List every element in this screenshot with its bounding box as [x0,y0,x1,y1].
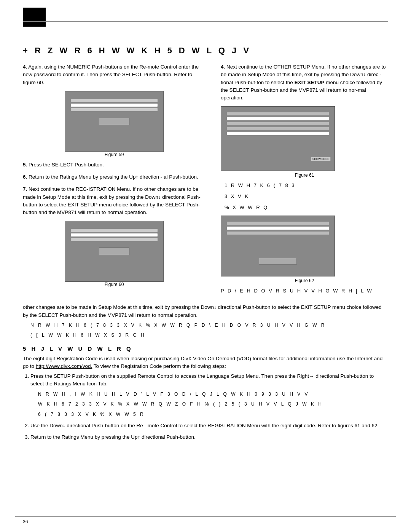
item-5-block: 5. Press the SE-LECT Push-button. [23,161,206,169]
right-note-lines: 1 R W H 7 K 6 ( 7 8 3 3 X V K % X W W R … [221,182,388,211]
figure-61-lines [227,112,329,137]
note-spaced-1: N R W H 7 K H 6 ( 7 8 3 3 X V K % X W W … [30,321,388,329]
rline1 [227,112,329,115]
right-column: 4. Next continue to the OTHER SETUP Menu… [221,63,388,298]
registration-text2: To view the Registration Code perform th… [94,363,226,369]
page-title: + R Z W R 6 H W W K H 5 D W L Q J V [23,46,388,56]
line3 [71,238,158,241]
line1 [71,229,158,232]
figure-59-wrap: Figure 59 [23,91,206,157]
rline1 [227,222,329,225]
figure-61-image: SHOW CODE [221,106,335,171]
figure-59-caption: Figure 59 [23,152,206,157]
step-1: Press the SETUP Push-button on the suppl… [30,372,388,418]
right-item-4-block: 4. Next continue to the OTHER SETUP Menu… [221,63,388,102]
right-note-line3: % X W W R Q [225,204,388,212]
bottom-line [15,516,396,517]
rline3 [227,232,329,235]
rline5 [227,132,329,135]
continuation-text: other changes are to be made in Setup Mo… [23,304,388,319]
item-5-text: 5. Press the SE-LECT Push-button. [23,161,206,169]
figure-59-lines [71,99,158,113]
figure-60-inner [99,248,129,255]
right-note-line1: 1 R W H 7 K 6 ( 7 8 3 [225,182,388,190]
full-width-continuation: other changes are to be made in Setup Mo… [23,304,388,441]
figure-59-image [65,91,164,152]
figure-62-caption: Figure 62 [221,278,388,283]
right-item-4-text: 4. Next continue to the OTHER SETUP Menu… [221,63,388,102]
line2 [71,233,158,236]
item-4-block: 4. Again, using the NUMERIC Push-buttons… [23,63,206,86]
figure-62-inner-box [259,258,297,265]
step-1-note2: W K H 6 7 2 3 3 X V K % X W W R Q W Z O … [38,400,388,408]
figure-62-lines [227,222,329,236]
item-4-text: 4. Again, using the NUMERIC Push-buttons… [23,63,206,86]
figure-60-wrap: Figure 60 [23,221,206,287]
rline2 [227,117,329,120]
show-code-label: SHOW CODE [311,157,331,161]
step-3: Return to the Ratings Menu by pressing t… [30,433,388,441]
line2 [71,104,158,107]
logo-line [23,21,388,22]
item-6-text: 6. Return to the Ratings Menu by pressin… [23,173,206,181]
figure-60-image [65,221,164,282]
figure-62-wrap: Figure 62 [221,216,388,283]
rline3 [227,122,329,125]
logo-box [23,8,46,27]
step-1-note3: 6 ( 7 8 3 3 X V K % X W W 5 R [38,411,388,418]
registration-steps: Press the SETUP Push-button on the suppl… [23,372,388,441]
note-spaced-2: ( [ L W W K H 6 H W X S 0 R G H [30,331,388,339]
line3 [71,108,158,111]
two-col-layout: 4. Again, using the NUMERIC Push-buttons… [23,63,388,298]
step-2: Use the Down↓ directional Push-button on… [30,422,388,430]
figure-61-wrap: SHOW CODE Figure 61 [221,106,388,178]
right-note-line2: 3 X V K [225,193,388,201]
page-container: + R Z W R 6 H W W K H 5 D W L Q J V 4. A… [0,0,411,532]
step-1-note: N R W H , I W K H U H L V D ' L V F 3 O … [38,390,388,398]
registration-header: 5 H J L V W U D W L R Q [23,345,388,352]
item-7-text: 7. Next continue to the REG-ISTRATION Me… [23,185,206,216]
registration-text1: The eight digit Registration Code is use… [23,355,388,371]
figure-61-caption: Figure 61 [221,173,388,178]
rline2 [227,227,329,230]
item-7-block: 7. Next continue to the REG-ISTRATION Me… [23,185,206,216]
left-column: 4. Again, using the NUMERIC Push-buttons… [23,63,206,298]
item-6-block: 6. Return to the Ratings Menu by pressin… [23,173,206,181]
right-note-line4: P D \ E H D O V R S U H V V H G W R H [ … [221,287,388,295]
rline4 [227,127,329,130]
page-number: 36 [23,519,28,524]
divx-link[interactable]: http://www.divx.com/vod. [36,363,92,369]
figure-60-lines [71,229,158,243]
figure-60-caption: Figure 60 [23,282,206,287]
figure-59-inner [99,118,129,125]
line1 [71,99,158,102]
figure-62-image [221,216,335,276]
